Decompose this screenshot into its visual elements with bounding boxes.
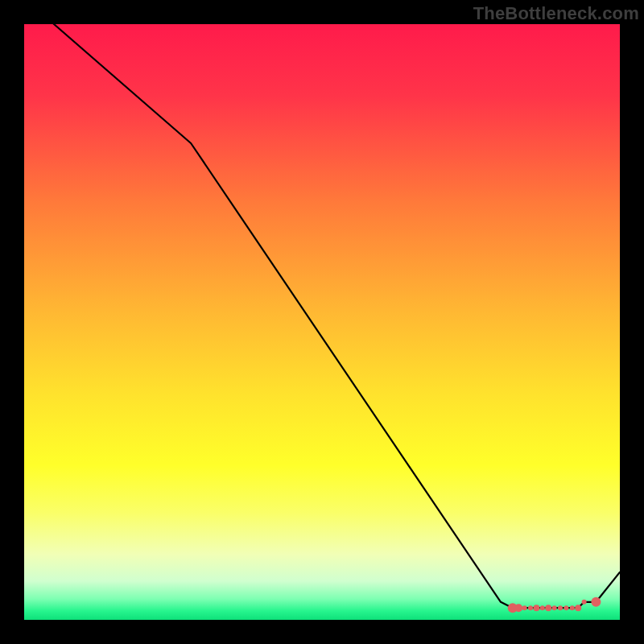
marker-point <box>582 600 587 605</box>
marker-point <box>540 605 545 610</box>
watermark-text: TheBottleneck.com <box>473 3 639 24</box>
marker-point <box>545 605 551 611</box>
marker-point <box>552 605 557 610</box>
marker-point <box>575 605 581 611</box>
marker-point <box>564 605 568 610</box>
chart-svg <box>24 24 620 620</box>
marker-point <box>514 604 522 612</box>
marker-point <box>591 597 601 607</box>
marker-point <box>558 605 563 610</box>
marker-point <box>522 605 527 610</box>
marker-point <box>533 605 539 611</box>
marker-point <box>570 605 575 610</box>
chart-background <box>24 24 620 620</box>
marker-point <box>528 605 533 610</box>
chart-container: TheBottleneck.com <box>0 0 644 644</box>
chart-plot <box>24 24 620 620</box>
